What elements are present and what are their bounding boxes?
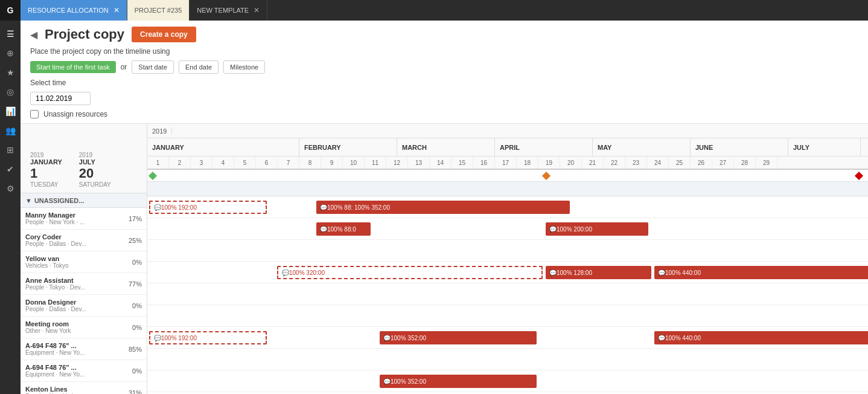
tab-close-icon[interactable]: ✕ [254,6,260,15]
time-input[interactable] [30,92,91,105]
marker-end [855,172,863,180]
task-icon: 💬 [549,226,557,233]
timeline-day-3: 3 [191,157,212,169]
tab-label: NEW TEMPLATE [197,7,249,14]
tab-new-template[interactable]: NEW TEMPLATE ✕ [190,0,267,21]
project-title: Project copy [45,27,124,42]
timeline-resource-row: 💬 100% 88:0💬 100% 200:00 [147,218,868,240]
task-bar[interactable]: 💬 100% 440:00 [654,331,868,344]
timeline-day-17: 17 [495,157,517,169]
resource-info: Cory Coder People · Dallas · Dev... [25,233,86,247]
task-icon: 💬 [658,335,665,341]
start-task-button[interactable]: Start time of the first task [30,61,116,73]
resource-row[interactable]: Yellow van Vehicles · Tokyo 0% [21,251,147,273]
timeline-area: 2019 JANUARY 1 TUESDAY 2019 JULY 20 SATU… [21,124,868,394]
sidebar-icon-grid[interactable]: ⊞ [2,141,19,158]
task-label: 100% 440:00 [665,335,701,341]
task-bar[interactable]: 💬 100% 440:00 [654,266,868,279]
milestone-button[interactable]: Milestone [223,60,265,74]
resource-name: Donna Designer [25,299,86,306]
resource-row[interactable]: Donna Designer People · Dallas · Dev... … [21,295,147,317]
date1-year: 2019 [30,152,62,158]
resource-name: Anne Assistant [25,277,85,284]
resource-name: Yellow van [25,255,69,262]
task-bar[interactable]: 💬 100% 88:0 [316,222,371,236]
sidebar-icon-add[interactable]: ⊕ [2,45,19,62]
timeline-day-28: 28 [734,157,756,169]
timeline-month-june: JUNE [691,138,788,156]
resource-row[interactable]: A-694 F48 76" ... Equipment · New Yo... … [21,360,147,382]
timeline-day-12: 12 [386,157,408,169]
task-label: 100% 88:0 [327,226,356,233]
resource-info: Yellow van Vehicles · Tokyo [25,255,69,269]
timeline-resource-row [147,349,868,370]
unassign-checkbox[interactable] [30,110,39,118]
task-label: 100% 200:00 [557,226,592,233]
task-bar[interactable]: 💬 100% 128:00 [546,266,651,279]
timeline-day-22: 22 [604,157,625,169]
task-bar[interactable]: 💬 100% 88: 100% 352:00 [316,201,570,214]
section-header-unassigned[interactable]: ▼ UNASSIGNED... [21,193,147,208]
task-bar[interactable]: 💬 100% 192:00 [149,201,267,214]
task-bar[interactable]: 💬 100% 192:00 [149,331,267,344]
resource-pct: 0% [132,302,142,309]
sidebar-icon-settings[interactable]: ⚙ [2,180,19,197]
content-panel: ◀ Project copy Create a copy Place the p… [21,21,868,394]
resource-row[interactable]: Manny Manager People · New York · ... 17… [21,208,147,230]
timeline-resource-row: 💬 100% 192:00💬 100% 88: 100% 352:00 [147,196,868,218]
timeline-day-26: 26 [691,157,712,169]
task-bar[interactable]: 💬 100% 352:00 [380,331,537,344]
sidebar-icon-users[interactable]: 👥 [2,122,19,139]
timeline-day-5: 5 [234,157,256,169]
tab-project-235[interactable]: PROJECT #235 [127,0,190,21]
resource-row[interactable]: Anne Assistant People · Tokyo · Dev... 7… [21,273,147,295]
task-icon: 💬 [282,270,289,276]
back-button[interactable]: ◀ [30,29,37,40]
task-icon: 💬 [549,270,557,276]
task-label: 100% 128:00 [557,270,592,276]
or-label: or [121,63,127,71]
sidebar-icon-star[interactable]: ★ [2,64,19,81]
start-date-button[interactable]: Start date [132,60,174,74]
task-label: 100% 192:00 [161,204,197,211]
tab-resource-allocation[interactable]: RESOURCE ALLOCATION ✕ [21,0,127,21]
timeline-month-february: FEBRUARY [299,138,397,156]
timeline-month-january: JANUARY [147,138,299,156]
resource-name: Meeting room [25,320,71,328]
resource-pct: 0% [132,259,142,266]
tab-close-icon[interactable]: ✕ [113,6,120,15]
resource-info: A-694 F48 76" ... Equipment · New Yo... [25,364,85,378]
task-bar[interactable]: 💬 100% 320:00 [277,266,543,279]
resource-sub: People · New York · ... [25,219,85,225]
resource-name: Cory Coder [25,233,86,241]
resource-row[interactable]: Kenton Lines People · New York · ... 31% [21,382,147,394]
task-icon: 💬 [658,270,665,276]
timeline-resource-row [147,283,868,305]
task-bar[interactable]: 💬 100% 200:00 [546,222,648,236]
timeline-grid[interactable]: 2019 JANUARYFEBRUARYMARCHAPRILMAYJUNEJUL… [147,124,868,394]
timeline-month-july: JULY [788,138,861,156]
end-date-button[interactable]: End date [179,60,219,74]
resource-row[interactable]: Meeting room Other · New York 0% [21,317,147,338]
sidebar-icon-tasks[interactable]: ✔ [2,161,19,178]
placement-text: Place the project copy on the timeline u… [30,47,170,56]
task-bar[interactable]: 💬 100% 352:00 [380,375,537,388]
resource-row[interactable]: Cory Coder People · Dallas · Dev... 25% [21,230,147,251]
resource-pct: 0% [132,367,142,375]
sidebar-icon-chart[interactable]: 📊 [2,103,19,120]
timeline-month-march: MARCH [397,138,495,156]
resource-row[interactable]: A-694 F48 76" ... Equipment · New Yo... … [21,338,147,360]
tab-label: PROJECT #235 [135,7,182,14]
task-icon: 💬 [320,226,327,233]
sidebar-icon-circle[interactable]: ◎ [2,83,19,100]
resource-pct: 31% [129,389,142,395]
resource-sub: Other · New York [25,328,71,334]
date2-month: JULY [79,158,111,166]
sidebar-icon-menu[interactable]: ☰ [2,25,19,42]
resource-name: A-694 F48 76" ... [25,364,85,371]
resource-sub: Equipment · New Yo... [25,349,85,356]
create-copy-button[interactable]: Create a copy [132,27,196,42]
task-icon: 💬 [383,335,391,341]
task-label: 100% 352:00 [391,378,426,385]
resource-rows: Manny Manager People · New York · ... 17… [21,208,147,394]
